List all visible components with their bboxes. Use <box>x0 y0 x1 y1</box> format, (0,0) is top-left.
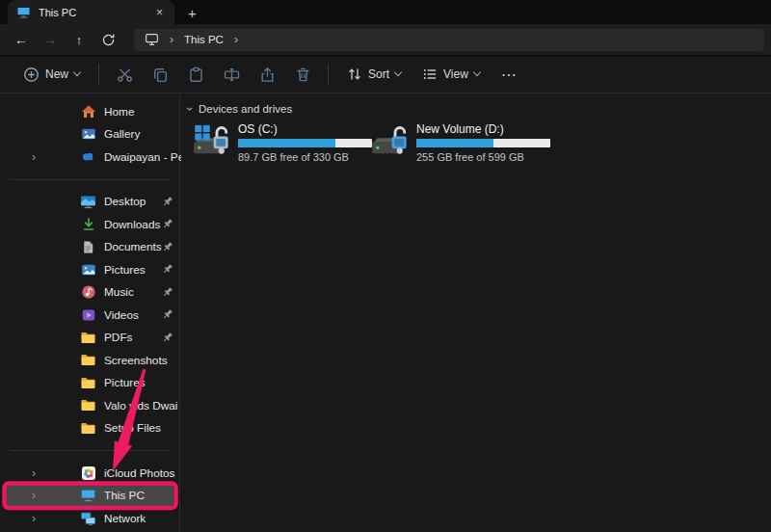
sidebar-divider <box>10 179 170 180</box>
sidebar-item-gallery[interactable]: Gallery <box>0 123 179 146</box>
command-toolbar: New <box>0 55 771 93</box>
expand-chevron-icon[interactable]: › <box>32 490 45 501</box>
rename-button[interactable] <box>217 61 246 88</box>
network-icon <box>80 510 96 526</box>
videos-icon <box>80 306 96 323</box>
sidebar-item-label: Music <box>104 285 134 299</box>
view-button-label: View <box>443 67 468 81</box>
sidebar-item-this-pc[interactable]: › This PC <box>6 485 173 508</box>
drive-free-space: 89.7 GB free of 330 GB <box>238 151 372 163</box>
section-header-label: Devices and drives <box>199 103 292 115</box>
pin-icon <box>161 332 173 344</box>
new-button-label: New <box>45 67 68 81</box>
folder-icon <box>80 330 96 346</box>
collapse-chevron-icon[interactable]: › <box>184 107 196 111</box>
sidebar-item-label: Home <box>104 105 134 119</box>
pin-icon <box>161 263 173 276</box>
drive-d-icon <box>371 123 410 158</box>
this-pc-tab-icon <box>16 6 31 19</box>
chevron-down-icon <box>394 68 402 76</box>
sidebar-item-documents[interactable]: Documents <box>0 236 179 259</box>
sidebar-item-icloud-photos[interactable]: › iCloud Photos <box>0 462 179 485</box>
expand-chevron-icon[interactable]: › <box>32 151 45 163</box>
folder-icon <box>80 420 96 437</box>
drive-tiles: OS (C:) 89.7 GB free of 330 GB <box>193 121 771 163</box>
back-button[interactable]: ← <box>7 33 36 46</box>
sidebar-item-label: Valo vids Dwai <box>104 399 178 412</box>
folder-icon <box>80 375 96 391</box>
sort-button[interactable]: Sort <box>339 62 409 87</box>
section-devices-and-drives[interactable]: › Devices and drives <box>188 103 771 115</box>
tab-bar: This PC × + <box>0 0 771 24</box>
home-icon <box>80 103 96 120</box>
folder-icon <box>80 352 96 368</box>
expand-chevron-icon[interactable]: › <box>32 467 45 479</box>
copy-button[interactable] <box>146 61 174 88</box>
sidebar-item-label: Videos <box>104 308 139 322</box>
drive-new-volume-d[interactable]: New Volume (D:) 255 GB free of 599 GB <box>371 121 538 163</box>
refresh-button[interactable] <box>93 33 122 47</box>
toolbar-separator <box>98 64 99 85</box>
pin-icon <box>161 241 173 253</box>
sidebar-item-videos[interactable]: Videos <box>0 304 179 327</box>
icloud-photos-icon <box>80 465 96 481</box>
sidebar-item-label: Screenshots <box>104 354 168 367</box>
navigation-pane: Home Gallery › Dwaipayan - Personal <box>0 93 180 532</box>
file-list-area: › Devices and drives <box>181 93 771 532</box>
share-button[interactable] <box>253 61 281 88</box>
drive-os-c[interactable]: OS (C:) 89.7 GB free of 330 GB <box>193 121 359 163</box>
pin-icon <box>161 196 173 208</box>
sidebar-item-label: PDFs <box>104 331 133 344</box>
pin-icon <box>161 218 173 230</box>
music-icon <box>80 284 96 301</box>
address-bar[interactable]: › This PC › <box>134 29 764 51</box>
downloads-icon <box>80 216 96 232</box>
sidebar-item-network[interactable]: › Network <box>0 507 179 530</box>
paste-button[interactable] <box>181 61 210 88</box>
sidebar-item-screenshots[interactable]: Screenshots <box>0 349 179 372</box>
new-button[interactable]: New <box>15 62 88 88</box>
pin-icon <box>161 286 173 299</box>
this-pc-icon <box>80 488 96 504</box>
sidebar-item-pictures[interactable]: Pictures <box>0 258 179 281</box>
cut-button[interactable] <box>110 61 139 88</box>
breadcrumb-chevron-icon[interactable]: › <box>234 33 238 46</box>
chevron-down-icon <box>473 68 481 76</box>
toolbar-separator <box>328 64 329 85</box>
tab-close-icon[interactable]: × <box>153 6 166 19</box>
documents-icon <box>80 239 96 255</box>
delete-button[interactable] <box>288 61 317 88</box>
sidebar-item-pictures-folder[interactable]: Pictures <box>0 372 179 395</box>
breadcrumb-chevron-icon: › <box>170 33 173 46</box>
sidebar-item-downloads[interactable]: Downloads <box>0 213 179 236</box>
drive-c-icon <box>193 123 231 158</box>
up-button[interactable]: ↑ <box>65 34 93 46</box>
sidebar-item-pdfs[interactable]: PDFs <box>0 327 179 350</box>
more-options-button[interactable]: ⋯ <box>501 66 518 84</box>
tab-title: This PC <box>39 7 146 18</box>
sidebar-item-label: Pictures <box>104 263 146 277</box>
drive-capacity-used <box>416 139 493 147</box>
view-button[interactable]: View <box>414 62 488 87</box>
drive-capacity-bar <box>238 139 372 147</box>
breadcrumb-this-pc[interactable]: This PC <box>184 34 224 45</box>
tab-this-pc[interactable]: This PC × <box>8 0 174 24</box>
sidebar-item-desktop[interactable]: Desktop <box>0 191 179 214</box>
forward-button[interactable]: → <box>36 33 65 46</box>
sidebar-item-setup-files[interactable]: Setup Files <box>0 417 179 440</box>
drive-name: New Volume (D:) <box>416 122 550 136</box>
sidebar-divider <box>10 450 170 451</box>
sidebar-item-label: Network <box>104 512 146 525</box>
sidebar-item-home[interactable]: Home <box>0 100 179 123</box>
sidebar-item-valo-vids-dwai[interactable]: Valo vids Dwai <box>0 394 179 417</box>
sidebar-item-onedrive-personal[interactable]: › Dwaipayan - Personal <box>0 146 179 169</box>
sidebar-item-label: This PC <box>104 489 145 502</box>
chevron-down-icon <box>73 68 81 76</box>
desktop-icon <box>80 194 96 210</box>
sidebar-item-label: Setup Files <box>104 421 161 435</box>
new-tab-button[interactable]: + <box>188 6 197 20</box>
sidebar-item-music[interactable]: Music <box>0 281 179 305</box>
sidebar-item-label: iCloud Photos <box>104 466 174 480</box>
expand-chevron-icon[interactable]: › <box>32 513 45 524</box>
sort-button-label: Sort <box>368 67 389 81</box>
